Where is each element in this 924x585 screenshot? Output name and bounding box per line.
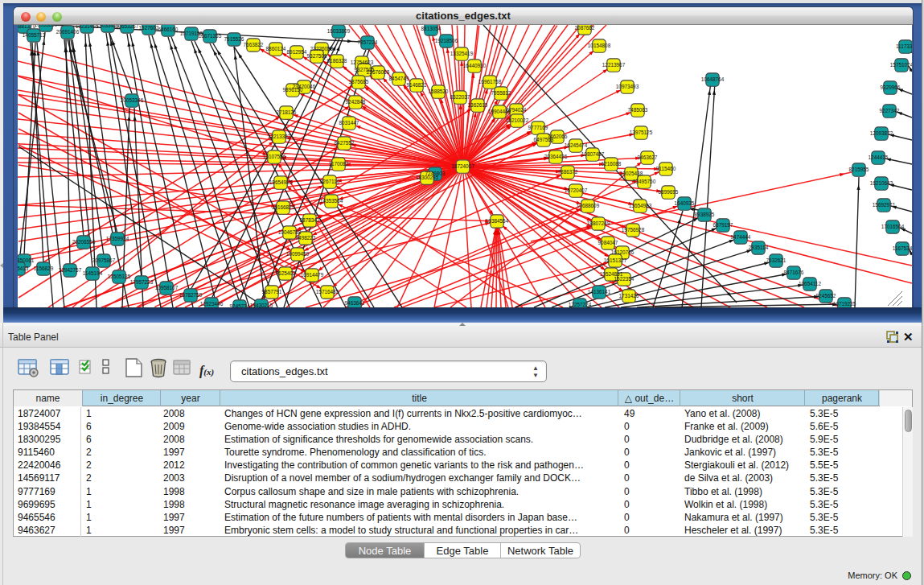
svg-text:3875685: 3875685 — [349, 79, 369, 84]
svg-text:7632621: 7632621 — [766, 257, 786, 263]
svg-text:19756928: 19756928 — [622, 227, 645, 233]
svg-text:9245652: 9245652 — [816, 293, 836, 299]
svg-text:7462066: 7462066 — [548, 134, 568, 139]
svg-text:16782759: 16782759 — [179, 292, 203, 298]
svg-text:1731426: 1731426 — [619, 293, 639, 299]
svg-text:19384554: 19384554 — [486, 218, 509, 224]
svg-text:8322037: 8322037 — [450, 94, 470, 100]
svg-text:7857224: 7857224 — [358, 39, 378, 45]
svg-text:10231405: 10231405 — [76, 25, 99, 29]
svg-text:8186328: 8186328 — [327, 58, 347, 64]
svg-text:6794024: 6794024 — [507, 107, 527, 113]
svg-text:8031447: 8031447 — [339, 120, 359, 126]
svg-text:15716485: 15716485 — [316, 289, 339, 295]
svg-text:9245234: 9245234 — [230, 303, 250, 307]
svg-text:8471676: 8471676 — [784, 270, 804, 275]
svg-text:12213382: 12213382 — [268, 134, 291, 139]
svg-text:20206556: 20206556 — [72, 239, 96, 245]
svg-text:15720407: 15720407 — [565, 187, 588, 193]
svg-text:13495750: 13495750 — [633, 179, 656, 184]
svg-text:12754623: 12754623 — [351, 60, 374, 65]
svg-text:16120746: 16120746 — [611, 249, 634, 255]
svg-text:9777169: 9777169 — [528, 125, 548, 130]
svg-text:10046788: 10046788 — [278, 229, 302, 235]
svg-text:9463641: 9463641 — [345, 300, 365, 306]
svg-text:3267110: 3267110 — [320, 179, 340, 184]
svg-text:7625402: 7625402 — [276, 270, 296, 276]
svg-text:19166825: 19166825 — [272, 204, 295, 210]
svg-text:3915413: 3915413 — [18, 266, 29, 271]
svg-text:16245474: 16245474 — [565, 142, 588, 148]
svg-text:12093872: 12093872 — [870, 130, 893, 136]
svg-text:18807249: 18807249 — [587, 220, 610, 226]
svg-text:10654112: 10654112 — [799, 281, 821, 286]
svg-text:1167534: 1167534 — [893, 245, 912, 251]
svg-text:6879197: 6879197 — [713, 222, 733, 228]
svg-text:1244415: 1244415 — [869, 154, 889, 160]
svg-text:1640935: 1640935 — [675, 200, 695, 206]
svg-text:17257224: 17257224 — [569, 302, 592, 307]
svg-text:9474444: 9474444 — [731, 234, 751, 240]
svg-text:12505135: 12505135 — [108, 274, 131, 279]
svg-text:8215955: 8215955 — [849, 167, 869, 172]
svg-text:8813054: 8813054 — [421, 26, 441, 31]
svg-text:14136141: 14136141 — [588, 289, 611, 295]
svg-text:6899695: 6899695 — [659, 189, 679, 195]
svg-text:9463627: 9463627 — [638, 154, 658, 160]
svg-text:19654985: 19654985 — [269, 179, 293, 185]
svg-text:10807487: 10807487 — [581, 151, 605, 157]
svg-text:1145194: 1145194 — [83, 270, 103, 276]
svg-text:1170082: 1170082 — [329, 161, 349, 167]
svg-text:12942757: 12942757 — [59, 267, 82, 273]
svg-text:8938925: 8938925 — [695, 212, 715, 217]
svg-text:2087662: 2087662 — [575, 25, 595, 31]
svg-text:12923446: 12923446 — [200, 301, 224, 307]
svg-text:9327508: 9327508 — [307, 53, 327, 59]
svg-text:1522354: 1522354 — [614, 276, 634, 282]
svg-text:9857791: 9857791 — [262, 289, 282, 295]
svg-text:9896150: 9896150 — [283, 87, 303, 93]
svg-text:6466160: 6466160 — [158, 27, 179, 32]
svg-text:8912954: 8912954 — [287, 49, 307, 55]
svg-text:15751074: 15751074 — [890, 62, 912, 68]
svg-text:18430215: 18430215 — [250, 303, 273, 307]
svg-text:16671355: 16671355 — [199, 33, 222, 39]
svg-text:10154808: 10154808 — [588, 43, 611, 48]
svg-text:14055713: 14055713 — [23, 32, 46, 38]
svg-text:14353564: 14353564 — [320, 198, 343, 204]
svg-text:1362615: 1362615 — [468, 102, 488, 108]
svg-text:23226058: 23226058 — [310, 46, 334, 51]
svg-text:2935114: 2935114 — [749, 245, 769, 250]
svg-text:18300295: 18300295 — [416, 175, 439, 180]
svg-text:7663822: 7663822 — [244, 42, 264, 47]
svg-text:7886372: 7886372 — [558, 169, 578, 175]
svg-text:16033809: 16033809 — [327, 28, 351, 34]
svg-text:16107556: 16107556 — [263, 154, 286, 159]
svg-text:20053346: 20053346 — [121, 97, 144, 103]
svg-text:9329966: 9329966 — [881, 84, 901, 90]
svg-text:15692971: 15692971 — [873, 202, 896, 208]
svg-text:9498222: 9498222 — [296, 235, 316, 241]
svg-text:1850061: 1850061 — [18, 257, 35, 263]
svg-text:17957223: 17957223 — [130, 279, 154, 285]
svg-text:10653267: 10653267 — [116, 25, 139, 29]
svg-text:10688609: 10688609 — [577, 203, 600, 208]
svg-text:20364436: 20364436 — [544, 154, 568, 159]
svg-text:7955812: 7955812 — [491, 90, 511, 96]
svg-text:10958107: 10958107 — [155, 285, 179, 290]
svg-text:9227342: 9227342 — [880, 108, 900, 113]
svg-text:17016504: 17016504 — [881, 224, 905, 229]
svg-text:13654923: 13654923 — [629, 203, 652, 208]
svg-text:18724007: 18724007 — [451, 163, 474, 169]
svg-text:10973493: 10973493 — [616, 84, 639, 89]
svg-text:16961758: 16961758 — [478, 79, 502, 84]
svg-text:9115460: 9115460 — [656, 166, 676, 171]
svg-text:10648764: 10648764 — [701, 76, 725, 82]
svg-text:9146821: 9146821 — [407, 82, 427, 88]
svg-text:13325419: 13325419 — [450, 51, 474, 56]
svg-text:8427552: 8427552 — [335, 140, 355, 146]
svg-text:16151327: 16151327 — [604, 257, 627, 263]
svg-text:9242848: 9242848 — [346, 99, 366, 105]
svg-text:8878342: 8878342 — [300, 217, 320, 223]
svg-text:1117334: 1117334 — [896, 43, 912, 49]
